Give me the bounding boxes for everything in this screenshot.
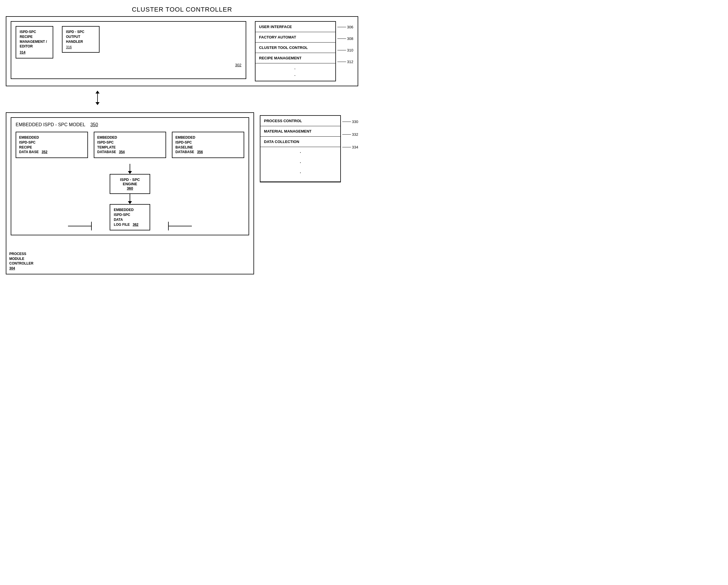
embedded-model-box: EMBEDDED ISPD - SPC MODEL 350 EMBEDDED I… — [11, 117, 249, 235]
down-arrow-1 — [96, 91, 100, 105]
ui-stack-row-1: FACTORY AUTOMAT — [256, 32, 335, 43]
ispd-output-ref: 316 — [66, 45, 96, 49]
right-stack-row-2: DATA COLLECTION — [260, 137, 340, 147]
right-stack-empty: · · · — [260, 147, 340, 182]
embedded-recipe-box: EMBEDDED ISPD-SPC RECIPE DATA BASE 352 — [16, 132, 88, 158]
right-stack-box: PROCESS CONTROL MATERIAL MANAGEMENT DATA… — [260, 115, 341, 182]
engine-to-log-arrow — [128, 194, 132, 204]
ctc-left-box: ISPD-SPC RECIPE MANAGEMENT / EDITOR 314 … — [11, 21, 246, 79]
ispd-output-box: ISPD - SPC OUTPUT HANDLER 316 — [62, 26, 100, 53]
data-log-box: EMBEDDED ISPD-SPC DATA LOG FILE 362 — [110, 204, 150, 230]
baseline-to-engine-arrow — [168, 222, 244, 230]
ctc-outer-box: ISPD-SPC RECIPE MANAGEMENT / EDITOR 314 … — [6, 16, 358, 86]
right-stack-refs: 330 332 334 — [342, 115, 358, 153]
ui-stack-box: USER INTERFACE FACTORY AUTOMAT CLUSTER T… — [255, 21, 336, 81]
ui-stack-area: USER INTERFACE FACTORY AUTOMAT CLUSTER T… — [255, 21, 353, 81]
ui-stack-row-2: CLUSTER TOOL CONTROL — [256, 43, 335, 53]
embedded-baseline-box: EMBEDDED ISPD-SPC BASELINE DATABASE 356 — [172, 132, 244, 158]
ui-stack-refs: 306 308 310 312 — [337, 21, 353, 68]
engine-layout: ISPD - SPC ENGINE 360 — [16, 164, 244, 230]
embedded-template-box: EMBEDDED ISPD-SPC TEMPLATE DATABASE 354 — [94, 132, 166, 158]
right-stack-row-0: PROCESS CONTROL — [260, 116, 340, 126]
ref-332: 332 — [342, 128, 358, 141]
pmc-label: PROCESS MODULE CONTROLLER 304 — [9, 252, 33, 271]
data-log-ref: 362 — [133, 223, 138, 227]
diagram-container: CLUSTER TOOL CONTROLLER ISPD-SPC RECIPE … — [6, 6, 358, 274]
ref-312: 312 — [337, 56, 353, 68]
template-down-arrow — [128, 164, 132, 174]
ui-stack-row-0: USER INTERFACE — [256, 22, 335, 32]
template-arrow-engine: ISPD - SPC ENGINE 360 — [92, 164, 168, 230]
engine-section: ISPD - SPC ENGINE 360 — [16, 164, 244, 230]
right-stack-row-1: MATERIAL MANAGEMENT — [260, 126, 340, 137]
ispd-recipe-box: ISPD-SPC RECIPE MANAGEMENT / EDITOR 314 — [16, 26, 53, 58]
ctc-top-row: ISPD-SPC RECIPE MANAGEMENT / EDITOR 314 … — [11, 21, 353, 81]
embedded-boxes-row: EMBEDDED ISPD-SPC RECIPE DATA BASE 352 E… — [16, 132, 244, 158]
ctc-ref-label: 302 — [16, 63, 241, 67]
ui-stack-row-3: RECIPE MANAGEMENT — [256, 53, 335, 63]
ref-310: 310 — [337, 44, 353, 56]
ispd-recipe-ref: 314 — [20, 50, 49, 55]
right-stack-dots: · — [260, 147, 340, 157]
engine-box: ISPD - SPC ENGINE 360 — [110, 174, 150, 194]
ispd-output-label: ISPD - SPC OUTPUT HANDLER — [66, 29, 96, 44]
ref-334: 334 — [342, 141, 358, 153]
bottom-row: EMBEDDED ISPD - SPC MODEL 350 EMBEDDED I… — [6, 112, 358, 274]
diagram-title: CLUSTER TOOL CONTROLLER — [6, 6, 358, 13]
arrows-to-engine: ISPD - SPC ENGINE 360 — [16, 164, 244, 230]
right-stack-area: PROCESS CONTROL MATERIAL MANAGEMENT DATA… — [260, 115, 358, 182]
ui-stack-dots: · · — [256, 63, 335, 81]
embedded-recipe-ref: 352 — [42, 150, 48, 154]
recipe-to-engine-arrow — [16, 222, 92, 230]
ispd-recipe-label: ISPD-SPC RECIPE MANAGEMENT / EDITOR 314 — [20, 29, 49, 55]
embedded-template-ref: 354 — [119, 150, 125, 154]
ref-306: 306 — [337, 21, 353, 33]
embedded-baseline-ref: 356 — [197, 150, 203, 154]
ispd-boxes-row: ISPD-SPC RECIPE MANAGEMENT / EDITOR 314 … — [16, 26, 241, 58]
embedded-model-title: EMBEDDED ISPD - SPC MODEL 350 — [16, 122, 244, 127]
ref-330: 330 — [342, 115, 358, 128]
pmc-outer-box: EMBEDDED ISPD - SPC MODEL 350 EMBEDDED I… — [6, 112, 254, 274]
ref-308: 308 — [337, 33, 353, 44]
arrow-ctc-to-pmc — [6, 91, 358, 105]
